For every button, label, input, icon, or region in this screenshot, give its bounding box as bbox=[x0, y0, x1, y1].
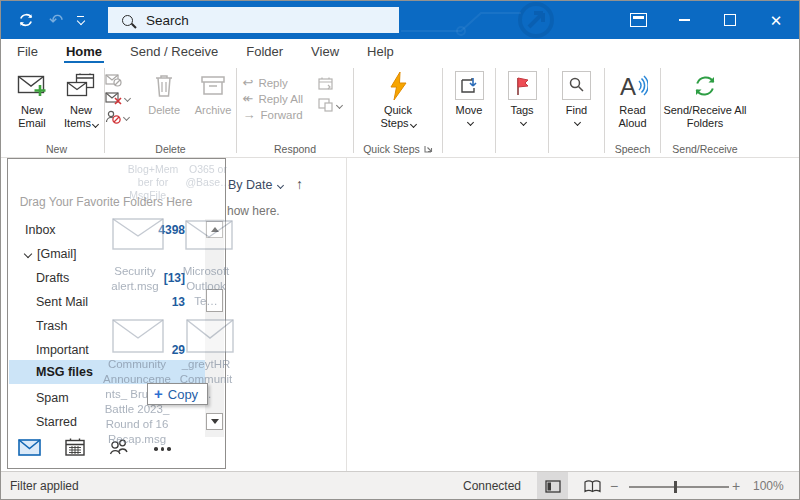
move-button[interactable]: Move bbox=[446, 67, 493, 140]
window-dock-icon[interactable] bbox=[615, 1, 661, 39]
quick-steps-button[interactable]: Quick Steps bbox=[367, 67, 429, 140]
folder-starred[interactable]: Starred bbox=[9, 410, 211, 434]
move-icon bbox=[455, 71, 484, 100]
block-sender-button[interactable] bbox=[105, 110, 129, 124]
ribbon-group-send-receive: Send/Receive All Folders Send/Receive bbox=[661, 63, 749, 157]
unread-count: 29 bbox=[172, 343, 185, 357]
lightning-bolt-icon bbox=[387, 67, 409, 104]
folder-pane: Drag Your Favorite Folders Here Inbox 43… bbox=[7, 158, 226, 469]
draft-count: [13] bbox=[164, 271, 185, 285]
ribbon-tabs: File Home Send / Receive Folder View Hel… bbox=[1, 39, 800, 63]
folder-important[interactable]: Important 29 bbox=[9, 338, 211, 362]
scroll-down-button[interactable] bbox=[206, 413, 223, 430]
dialog-launcher-icon[interactable] bbox=[424, 143, 433, 155]
group-label-send-receive: Send/Receive bbox=[661, 140, 749, 157]
archive-icon bbox=[200, 67, 226, 104]
zoom-slider-track[interactable] bbox=[629, 486, 729, 488]
folder-trash[interactable]: Trash bbox=[9, 314, 211, 338]
zoom-level[interactable]: 100% bbox=[753, 479, 784, 493]
reply-all-icon: ↞ bbox=[243, 92, 254, 105]
ribbon-group-tags: Tags bbox=[496, 63, 548, 157]
send-receive-all-folders-button[interactable]: Send/Receive All Folders bbox=[662, 67, 748, 140]
archive-button[interactable]: Archive bbox=[190, 67, 236, 140]
tags-button[interactable]: Tags bbox=[499, 67, 546, 140]
ribbon-group-speech: A Read Aloud Speech bbox=[605, 63, 660, 157]
ribbon: New Email New Items New bbox=[1, 63, 799, 158]
chevron-down-icon bbox=[574, 119, 581, 126]
undo-icon[interactable]: ↶ bbox=[49, 10, 63, 31]
junk-button[interactable] bbox=[105, 92, 130, 105]
title-bar: ↶ ✕ bbox=[1, 1, 799, 39]
folder-msg-files[interactable]: MSG files bbox=[9, 360, 211, 384]
people-module-icon[interactable] bbox=[109, 439, 130, 459]
scrollbar-thumb[interactable] bbox=[206, 289, 223, 312]
ignore-button[interactable] bbox=[105, 74, 122, 87]
sort-by-button[interactable]: By Date bbox=[228, 178, 283, 192]
group-label-respond: Respond bbox=[237, 140, 353, 157]
search-input[interactable] bbox=[144, 12, 368, 29]
folder-drafts[interactable]: Drafts [13] bbox=[9, 266, 211, 290]
ribbon-group-delete: Delete Archive Delete bbox=[105, 63, 236, 157]
group-label-find bbox=[549, 140, 604, 157]
empty-list-text: how here. bbox=[227, 204, 280, 218]
folder-inbox[interactable]: Inbox 4398 bbox=[9, 218, 211, 242]
close-button[interactable]: ✕ bbox=[753, 1, 799, 39]
group-label-quick-steps: Quick Steps bbox=[354, 140, 442, 157]
find-button[interactable]: Find bbox=[553, 67, 600, 140]
scroll-up-button[interactable] bbox=[206, 221, 223, 238]
filter-status: Filter applied bbox=[10, 479, 79, 493]
tab-help[interactable]: Help bbox=[353, 39, 408, 63]
reply-all-button[interactable]: ↞Reply All bbox=[243, 92, 315, 105]
group-label-move bbox=[443, 140, 495, 157]
chevron-down-icon bbox=[466, 119, 473, 126]
zoom-slider-thumb[interactable] bbox=[674, 481, 677, 493]
mail-module-icon[interactable] bbox=[18, 439, 41, 460]
read-aloud-icon: A bbox=[618, 67, 648, 104]
share-to-teams-button[interactable] bbox=[318, 98, 342, 112]
forward-icon: → bbox=[243, 108, 256, 121]
meeting-button[interactable] bbox=[318, 77, 334, 90]
favorites-hint: Drag Your Favorite Folders Here bbox=[8, 195, 204, 209]
tab-file[interactable]: File bbox=[3, 39, 52, 63]
ribbon-group-quick-steps: Quick Steps Quick Steps bbox=[354, 63, 442, 157]
read-aloud-button[interactable]: A Read Aloud bbox=[607, 67, 659, 140]
customize-quick-access-icon[interactable] bbox=[77, 16, 84, 24]
expand-chevron-icon[interactable] bbox=[24, 250, 32, 258]
delete-button[interactable]: Delete bbox=[141, 67, 187, 140]
outlook-window: ↶ ✕ File Home Send / Receive Folder View… bbox=[0, 0, 800, 500]
reply-button[interactable]: ↩Reply bbox=[243, 76, 315, 89]
reading-view-button[interactable] bbox=[577, 472, 608, 500]
minimize-button[interactable] bbox=[661, 1, 707, 39]
folder-gmail[interactable]: [Gmail] bbox=[9, 242, 211, 266]
tab-view[interactable]: View bbox=[297, 39, 353, 63]
status-bar: Filter applied Connected − + 100% bbox=[1, 471, 799, 500]
tab-home[interactable]: Home bbox=[52, 39, 116, 63]
titlebar-watermark bbox=[401, 1, 641, 39]
chevron-down-icon bbox=[92, 121, 99, 128]
tab-folder[interactable]: Folder bbox=[232, 39, 297, 63]
calendar-module-icon[interactable] bbox=[65, 438, 85, 460]
forward-button[interactable]: →Forward bbox=[243, 108, 315, 121]
group-label-speech: Speech bbox=[605, 140, 660, 157]
search-bar[interactable] bbox=[108, 7, 399, 33]
connection-status: Connected bbox=[463, 479, 521, 493]
group-label-new: New bbox=[9, 140, 104, 157]
zoom-out-button[interactable]: − bbox=[610, 478, 618, 494]
module-navigation bbox=[8, 438, 235, 460]
group-label-tags bbox=[496, 140, 548, 157]
zoom-in-button[interactable]: + bbox=[732, 478, 740, 494]
tab-send-receive[interactable]: Send / Receive bbox=[116, 39, 232, 63]
new-email-button[interactable]: New Email bbox=[9, 67, 55, 140]
flag-icon bbox=[508, 71, 537, 100]
folder-sent-mail[interactable]: Sent Mail 13 bbox=[9, 290, 211, 314]
send-receive-icon[interactable] bbox=[17, 11, 35, 29]
new-items-button[interactable]: New Items bbox=[58, 67, 104, 140]
trash-icon bbox=[153, 67, 175, 104]
ribbon-group-move: Move bbox=[443, 63, 495, 157]
sort-ascending-icon[interactable]: ↑ bbox=[296, 176, 303, 192]
quick-access-toolbar: ↶ bbox=[1, 1, 84, 39]
layout-view-button[interactable] bbox=[537, 472, 568, 500]
pane-divider[interactable] bbox=[346, 158, 347, 471]
maximize-button[interactable] bbox=[707, 1, 753, 39]
more-modules-icon[interactable] bbox=[154, 447, 171, 451]
